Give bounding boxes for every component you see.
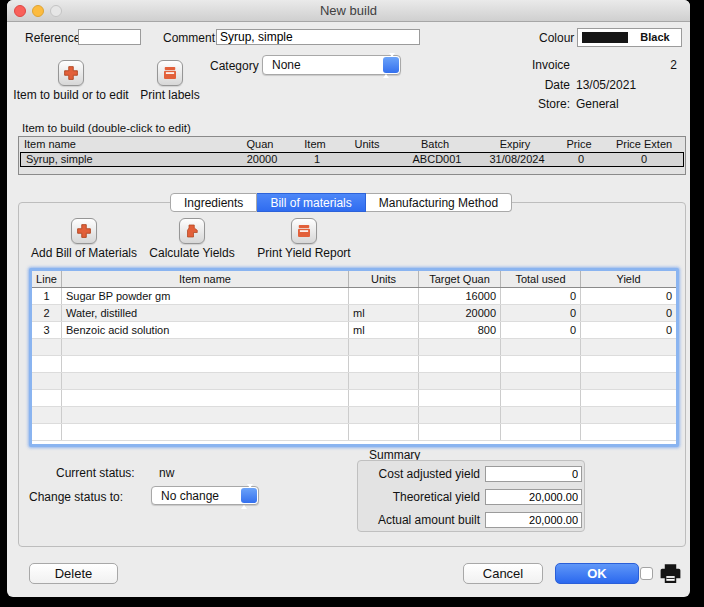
col-header: Item name [62, 271, 349, 287]
cell-line: 3 [32, 322, 62, 338]
col-header: Target Quan [419, 271, 501, 287]
ok-button[interactable]: OK [555, 563, 639, 584]
tab-bill-of-materials[interactable]: Bill of materials [257, 193, 365, 212]
cell-yield: 0 [581, 322, 676, 338]
category-label: Category [210, 59, 259, 73]
cell-line: 1 [32, 288, 62, 304]
tab-manufacturing-method[interactable]: Manufacturing Method [366, 193, 512, 212]
add-cross-icon[interactable] [71, 218, 97, 244]
table-row-empty [32, 407, 676, 424]
col-header: Yield [581, 271, 676, 287]
category-value: None [272, 56, 301, 74]
change-status-label: Change status to: [29, 490, 123, 504]
theoretical-yield-input[interactable] [485, 489, 582, 505]
cost-adjusted-yield-input[interactable] [485, 466, 582, 482]
colour-value: Black [630, 29, 680, 46]
reference-input[interactable] [78, 29, 141, 45]
change-status-dropdown[interactable]: No change [151, 486, 259, 505]
colour-label: Colour [539, 31, 574, 45]
cost-adjusted-yield-label: Cost adjusted yield [358, 466, 480, 482]
delete-button[interactable]: Delete [29, 563, 118, 584]
calculate-yields-button[interactable]: Calculate Yields [132, 218, 252, 260]
actual-amount-built-label: Actual amount built [358, 512, 480, 528]
actual-amount-built-input[interactable] [485, 512, 582, 528]
change-status-value: No change [161, 487, 219, 504]
item-to-build-button-label: Item to build or to edit [11, 89, 131, 102]
cell-item-name: Syrup, simple [21, 153, 231, 166]
cell-total-used: 0 [501, 322, 581, 338]
comment-input[interactable] [216, 29, 420, 45]
title-bar[interactable]: New build [7, 0, 690, 22]
cell-total-used: 0 [501, 305, 581, 321]
bill-of-materials-panel: Add Bill of Materials Calculate Yields P… [18, 202, 686, 547]
colour-picker-button[interactable]: Black [577, 28, 682, 47]
store-value: General [576, 97, 619, 111]
cell-total-used: 0 [501, 288, 581, 304]
cell-target-quan: 800 [419, 322, 501, 338]
minimize-button-icon[interactable] [32, 5, 44, 17]
tab-ingredients[interactable]: Ingredients [170, 193, 257, 212]
printer-icon[interactable] [291, 218, 317, 244]
cell-units [341, 153, 397, 166]
col-header: Units [339, 137, 395, 152]
print-labels-button[interactable]: Print labels [126, 60, 214, 102]
cell-target-quan: 16000 [419, 288, 501, 304]
cell-item: 1 [293, 153, 341, 166]
window-title: New build [7, 0, 690, 22]
cell-target-quan: 20000 [419, 305, 501, 321]
cell-item-name: Water, distilled [62, 305, 349, 321]
col-header: Item [291, 137, 339, 152]
print-icon[interactable] [658, 561, 683, 590]
bom-table[interactable]: Line Item name Units Target Quan Total u… [29, 268, 679, 447]
close-button-icon[interactable] [14, 5, 26, 17]
table-row-empty [32, 356, 676, 373]
dropdown-stepper-icon [383, 57, 399, 73]
item-to-build-button[interactable]: Item to build or to edit [11, 60, 131, 102]
dropdown-stepper-icon [241, 488, 257, 503]
cell-units [349, 288, 419, 304]
reference-label: Reference [25, 31, 80, 45]
table-row[interactable]: 2 Water, distilled ml 20000 0 0 [32, 305, 676, 322]
table-row-empty [32, 339, 676, 356]
col-header: Price [555, 137, 603, 152]
cell-units: ml [349, 322, 419, 338]
print-checkbox[interactable] [640, 567, 653, 580]
current-status-label: Current status: [56, 466, 135, 480]
col-header: Price Exten [603, 137, 685, 152]
cancel-button[interactable]: Cancel [463, 563, 543, 584]
add-cross-icon[interactable] [58, 60, 84, 86]
table-row-empty [32, 373, 676, 390]
zoom-button-icon [50, 5, 62, 17]
cell-yield: 0 [581, 305, 676, 321]
col-header: Expiry [475, 137, 555, 152]
current-status-value: nw [159, 466, 174, 480]
table-row-empty [32, 424, 676, 441]
print-yield-report-button-label: Print Yield Report [242, 247, 366, 260]
table-row[interactable]: 1 Sugar BP powder gm 16000 0 0 [32, 288, 676, 305]
new-build-window: New build Reference Comment Colour Black… [7, 0, 690, 597]
build-table-caption: Item to build (double-click to edit) [22, 122, 191, 134]
summary-box: Cost adjusted yield Theoretical yield Ac… [357, 460, 585, 532]
col-header: Quan [229, 137, 291, 152]
print-yield-report-button[interactable]: Print Yield Report [242, 218, 366, 260]
cell-price: 0 [557, 153, 605, 166]
invoice-value: 2 [607, 58, 677, 72]
col-header: Line [32, 271, 62, 287]
cell-item-name: Sugar BP powder gm [62, 288, 349, 304]
table-row-empty [32, 390, 676, 407]
col-header: Total used [501, 271, 581, 287]
print-labels-button-label: Print labels [126, 89, 214, 102]
table-row[interactable]: 3 Benzoic acid solution ml 800 0 0 [32, 322, 676, 339]
date-label: Date [512, 78, 570, 92]
col-header: Item name [19, 137, 229, 152]
store-label: Store: [512, 97, 570, 111]
add-bom-button-label: Add Bill of Materials [19, 247, 149, 260]
cell-line: 2 [32, 305, 62, 321]
add-bom-button[interactable]: Add Bill of Materials [19, 218, 149, 260]
date-value: 13/05/2021 [576, 78, 636, 92]
table-row[interactable]: Syrup, simple 20000 1 ABCD001 31/08/2024… [20, 152, 684, 167]
category-dropdown[interactable]: None [262, 55, 401, 75]
calculate-yields-icon[interactable] [179, 218, 205, 244]
cell-item-name: Benzoic acid solution [62, 322, 349, 338]
printer-icon[interactable] [157, 60, 183, 86]
